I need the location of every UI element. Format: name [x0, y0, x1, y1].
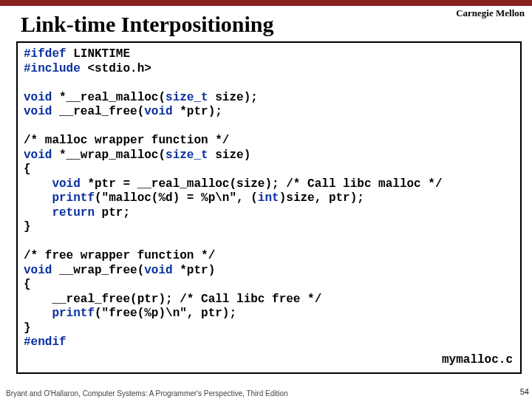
code-token: __wrap_free( — [52, 264, 144, 277]
code-comment: /* malloc wrapper function */ — [24, 134, 229, 147]
code-token: void — [144, 105, 172, 118]
code-token: printf — [24, 307, 95, 320]
code-comment: /* Call libc malloc */ — [286, 177, 442, 191]
code-token: void — [24, 264, 52, 277]
code-token: __real_free( — [52, 105, 144, 118]
code-token: size_t — [166, 91, 208, 104]
code-token: } — [24, 220, 31, 233]
code-comment: /* Call libc free */ — [180, 293, 321, 306]
code-token: void — [144, 264, 172, 277]
page-number: 54 — [520, 387, 529, 396]
code-token: void — [24, 105, 52, 118]
code-block: #ifdef LINKTIME #include <stdio.h> void … — [16, 41, 522, 374]
slide-title: Link-time Interpositioning — [0, 6, 532, 41]
code-token: void — [24, 91, 52, 104]
code-token: <stdio.h> — [81, 62, 151, 75]
code-token: size) — [208, 149, 251, 162]
code-token: #ifdef — [24, 47, 66, 61]
code-token: LINKTIME — [66, 47, 130, 61]
code-token: void — [24, 177, 81, 191]
code-token: ("free(%p)\n", ptr); — [95, 307, 236, 320]
code-token: #include — [24, 62, 81, 75]
code-token: } — [24, 321, 31, 335]
code-token: ("malloc(%d) = %p\n", ( — [95, 191, 258, 205]
code-token: *ptr) — [173, 264, 216, 277]
code-token: printf — [24, 191, 95, 205]
code-token: return — [24, 206, 95, 219]
code-token: *ptr); — [173, 105, 222, 118]
filename-label: mymalloc.c — [442, 353, 513, 368]
code-token: *ptr = __real_malloc(size); — [81, 177, 286, 191]
code-comment: /* free wrapper function */ — [24, 249, 215, 262]
code-token: void — [24, 149, 52, 162]
code-token: )size, ptr); — [279, 191, 364, 205]
slide: Carnegie Mellon Link-time Interpositioni… — [0, 0, 532, 399]
brand-label: Carnegie Mellon — [456, 7, 525, 19]
code-token: __real_free(ptr); — [24, 293, 180, 306]
code-token: ptr; — [95, 206, 130, 219]
code-token: int — [258, 191, 279, 205]
code-token: size); — [208, 91, 258, 104]
code-token: #endif — [24, 335, 66, 349]
code-token: *__wrap_malloc( — [52, 149, 166, 162]
code-token: { — [24, 163, 31, 176]
code-token: { — [24, 278, 31, 291]
footer-text: Bryant and O'Hallaron, Computer Systems:… — [6, 389, 288, 398]
code-token: *__real_malloc( — [52, 91, 166, 104]
code-token: size_t — [166, 149, 208, 162]
